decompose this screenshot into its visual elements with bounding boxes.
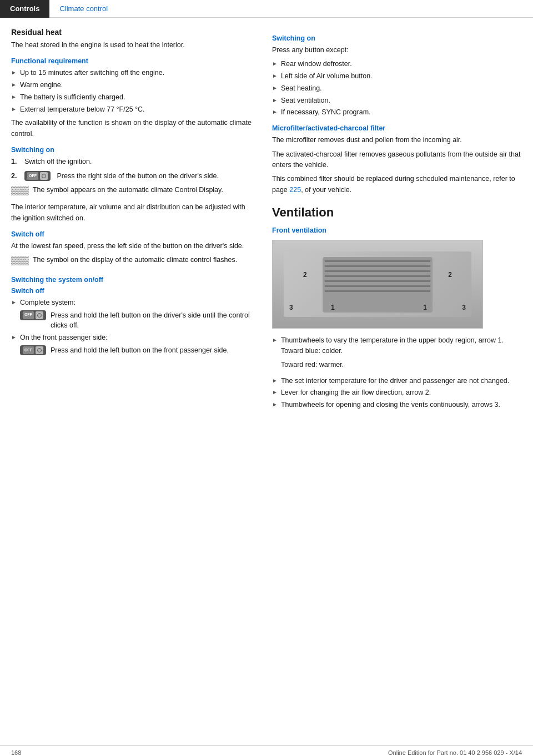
availability-text: The availability of the function is show… xyxy=(11,118,255,139)
switching-on-left-section: Switching on 1. Switch off the ignition.… xyxy=(11,146,255,224)
bullet-triangle: ► xyxy=(272,59,278,68)
list-item: ►Up to 15 minutes after switching off th… xyxy=(11,68,255,78)
front-ventilation-title: Front ventilation xyxy=(272,226,522,234)
bullet-triangle: ► xyxy=(11,333,17,341)
step-2: 2. OFF Press the right side of the butto… xyxy=(11,171,255,182)
functional-req-list: ►Up to 15 minutes after switching off th… xyxy=(11,68,255,114)
residual-heat-title: Residual heat xyxy=(11,28,255,37)
page-number: 168 xyxy=(11,749,21,756)
bullet-triangle: ► xyxy=(272,388,278,396)
ventilation-list: ► Thumbwheels to vary the temperature in… xyxy=(272,335,522,410)
step-1: 1. Switch off the ignition. xyxy=(11,157,255,167)
functional-req-section: Functional requirement ►Up to 15 minutes… xyxy=(11,57,255,139)
page-link[interactable]: 225 xyxy=(289,186,301,194)
list-item: ►Rear window defroster. xyxy=(272,59,522,69)
vent-label-3-right: 3 xyxy=(462,304,466,311)
bullet-triangle: ► xyxy=(272,376,278,385)
system-switch-list: ► Complete system: OFF Press and hold th… xyxy=(11,298,255,356)
switching-on-right-section: Switching on Press any button except: ►R… xyxy=(272,34,522,118)
ventilation-section: Ventilation Front ventilation xyxy=(272,205,522,410)
button-icon-passenger: OFF xyxy=(20,345,46,355)
vent-label-3-left: 3 xyxy=(289,304,293,311)
vent-label-1-right: 1 xyxy=(423,304,427,311)
vent-sub-2: Toward red: warmer. xyxy=(281,360,344,370)
switching-on-right-body: Press any button except: xyxy=(272,45,522,56)
switch-off-section: Switch off At the lowest fan speed, pres… xyxy=(11,230,255,269)
vent-label-2-right: 2 xyxy=(448,271,452,279)
vent-sub-1: Toward blue: colder. xyxy=(281,346,344,356)
list-item: ► Thumbwheels to vary the temperature in… xyxy=(272,335,522,374)
residual-heat-section: Residual heat The heat stored in the eng… xyxy=(11,28,255,51)
ventilation-title: Ventilation xyxy=(272,205,522,220)
bullet-triangle: ► xyxy=(272,400,278,409)
list-item: ►Warm engine. xyxy=(11,80,255,90)
switching-system-section: Switching the system on/off Switch off ►… xyxy=(11,276,255,356)
symbol-text-2: The interior temperature, air volume and… xyxy=(11,202,255,224)
list-item: ► Lever for changing the air flow direct… xyxy=(272,387,522,398)
climate-symbol-icon: ▒▒▒ xyxy=(11,185,29,195)
list-item: ►The battery is sufficiently charged. xyxy=(11,92,255,103)
bullet-triangle: ► xyxy=(272,72,278,80)
left-column: Residual heat The heat stored in the eng… xyxy=(11,28,255,414)
functional-req-title: Functional requirement xyxy=(11,57,255,65)
list-item: ►Seat heating. xyxy=(272,83,522,94)
list-item: ► Thumbwheels for opening and closing th… xyxy=(272,400,522,410)
button-icon-complete: OFF xyxy=(20,310,46,320)
list-item: ► On the front passenger side: OFF Press… xyxy=(11,332,255,356)
main-content: Residual heat The heat stored in the eng… xyxy=(0,18,533,414)
list-item: ►Seat ventilation. xyxy=(272,95,522,106)
vent-label-1-left: 1 xyxy=(331,304,335,311)
switch-off-body: At the lowest fan speed, press the left … xyxy=(11,241,255,251)
climate-symbol-icon-2: ▒▒▒ xyxy=(11,255,29,265)
switch-off-sub-title: Switch off xyxy=(11,287,255,295)
bullet-triangle: ► xyxy=(11,105,17,113)
footer-copyright: Online Edition for Part no. 01 40 2 956 … xyxy=(388,749,522,756)
microfilter-section: Microfilter/activated-charcoal filter Th… xyxy=(272,124,522,195)
page-footer: 168 Online Edition for Part no. 01 40 2 … xyxy=(0,745,533,756)
button-icon-step2: OFF xyxy=(24,171,51,181)
switching-on-list: ►Rear window defroster. ►Left side of Ai… xyxy=(272,59,522,118)
bullet-triangle: ► xyxy=(11,93,17,101)
switching-on-right-title: Switching on xyxy=(272,34,522,42)
switching-on-steps: 1. Switch off the ignition. 2. OFF Press… xyxy=(11,157,255,182)
right-column: Switching on Press any button except: ►R… xyxy=(272,28,522,414)
microfilter-para2: The activated-charcoal filter removes ga… xyxy=(272,149,522,171)
bullet-triangle: ► xyxy=(272,84,278,92)
bullet-triangle: ► xyxy=(272,96,278,104)
switch-off-title: Switch off xyxy=(11,230,255,238)
controls-label: Controls xyxy=(10,4,39,13)
climate-label: Climate control xyxy=(59,4,108,13)
bullet-triangle: ► xyxy=(11,298,17,306)
microfilter-para3: This combined filter should be replaced … xyxy=(272,174,522,195)
bullet-triangle: ► xyxy=(11,68,17,77)
switching-on-left-title: Switching on xyxy=(11,146,255,154)
microfilter-title: Microfilter/activated-charcoal filter xyxy=(272,124,522,132)
bullet-triangle: ► xyxy=(272,108,278,116)
bullet-triangle: ► xyxy=(11,80,17,89)
header-climate-tab[interactable]: Climate control xyxy=(49,0,118,18)
list-item: ► Complete system: OFF Press and hold th… xyxy=(11,298,255,331)
bullet-triangle: ► xyxy=(272,336,278,344)
symbol-indicator-2: ▒▒▒ The symbol on the display of the aut… xyxy=(11,255,255,269)
header-controls-tab[interactable]: Controls xyxy=(0,0,49,18)
list-item: ►Left side of Air volume button. xyxy=(272,71,522,82)
vent-label-2-left: 2 xyxy=(303,271,307,279)
switching-system-title: Switching the system on/off xyxy=(11,276,255,284)
symbol-indicator-1: ▒▒▒ The symbol appears on the automatic … xyxy=(11,185,255,199)
residual-heat-body: The heat stored in the engine is used to… xyxy=(11,40,255,51)
list-item: ►External temperature below 77 °F/25 °C. xyxy=(11,104,255,115)
microfilter-para1: The microfilter removes dust and pollen … xyxy=(272,135,522,145)
page-header: Controls Climate control xyxy=(0,0,533,18)
list-item: ►If necessary, SYNC program. xyxy=(272,107,522,118)
ventilation-image: 2 2 1 1 3 3 xyxy=(272,240,483,329)
list-item: ► The set interior temperature for the d… xyxy=(272,376,522,386)
